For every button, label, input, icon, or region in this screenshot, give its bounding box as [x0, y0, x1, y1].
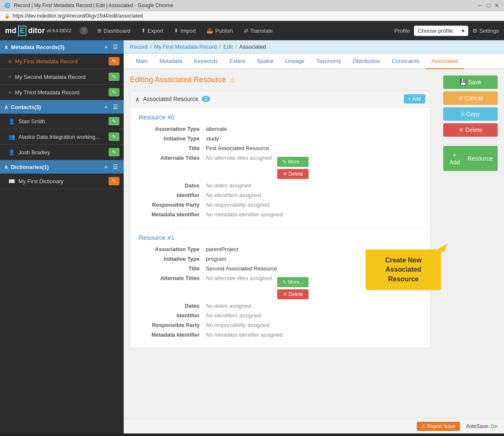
resp-party-value-0: No responsibility assigned.	[206, 202, 271, 208]
nav-translate[interactable]: ⇄ Translate	[239, 24, 278, 37]
assoc-type-label-0: Association Type	[139, 126, 206, 132]
title-bar: 🌐 Record | My First Metadata Record | Ed…	[0, 0, 504, 11]
add-metadata-button[interactable]: +	[103, 44, 109, 50]
tab-distribution[interactable]: Distribution	[347, 54, 386, 69]
profile-section: Profile Choose profile ▾ ⚙ Settings	[395, 26, 499, 36]
resource-1-title: Resource #1	[139, 234, 422, 241]
sidebar-item-alaska: Alaska Data Integration working...	[18, 134, 100, 140]
assoc-type-value-1: parentProject	[206, 246, 238, 252]
cancel-button[interactable]: ↺ Cancel	[443, 91, 498, 105]
tab-lineage[interactable]: Lineage	[279, 54, 310, 69]
nav-import[interactable]: ⬇ Import	[169, 24, 201, 37]
nav-dashboard-label: Dashboard	[104, 28, 130, 34]
breadcrumb-my-first[interactable]: My First Metadata Record	[154, 44, 217, 50]
nav-publish[interactable]: 📤 Publish	[202, 24, 238, 37]
profile-dropdown[interactable]: Choose profile ▾	[414, 26, 468, 36]
meta-id-label-1: Metadata Identifier	[139, 332, 206, 338]
person-icon-2: 👤	[8, 149, 15, 156]
edit-stan-button[interactable]: ✎	[109, 117, 120, 125]
sidebar-item-first-dictionary[interactable]: 📖 My First Dictionary ✎	[0, 174, 124, 189]
tab-constraints[interactable]: Constraints	[386, 54, 426, 69]
tab-associated[interactable]: Associated	[425, 54, 464, 69]
dict-section-label: Dictionaries	[11, 164, 42, 170]
contacts-section-count: (3)	[34, 104, 41, 110]
more-button-1[interactable]: ✎ More...	[277, 277, 309, 287]
edit-metadata-3-button[interactable]: ✎	[109, 88, 120, 96]
report-issue-button[interactable]: ⚠ Report Issue	[417, 422, 460, 431]
edit-josh-button[interactable]: ✎	[109, 148, 120, 156]
contacts-collapse-icon: ∧	[4, 104, 8, 110]
edit-metadata-2-button[interactable]: ✎	[109, 73, 120, 81]
meta-id-value-1: No metadata identifier assigned.	[206, 332, 284, 338]
sidebar-metadata-section[interactable]: ∧ Metadata Records (3) + ☰	[0, 40, 124, 54]
dates-value-1: No dates assigned.	[206, 303, 252, 309]
edit-alaska-button[interactable]: ✎	[109, 132, 120, 141]
logo-text: md	[5, 26, 16, 35]
add-contact-button[interactable]: +	[103, 104, 109, 110]
sidebar-item-josh-bradley[interactable]: 👤 Josh Bradley ✎	[0, 145, 124, 160]
metadata-section-count: (3)	[58, 44, 65, 50]
sidebar-contacts-section[interactable]: ∧ Contacts (3) + ☰	[0, 100, 124, 114]
app-version: v0.9.0-DEV.2	[47, 29, 71, 33]
sidebar-item-stan-smith[interactable]: 👤 Stan Smith ✎	[0, 114, 124, 129]
tab-main[interactable]: Main	[130, 54, 153, 69]
sidebar-item-alaska[interactable]: 👥 Alaska Data Integration working... ✎	[0, 129, 124, 145]
delete-button[interactable]: ✕ Delete	[443, 123, 498, 137]
nav-dashboard[interactable]: ⊞ Dashboard	[92, 24, 135, 37]
browser-icon: 🌐	[4, 3, 10, 8]
save-button[interactable]: 💾 Save	[443, 75, 498, 89]
breadcrumb-edit[interactable]: Edit	[223, 44, 233, 50]
tab-keywords[interactable]: Keywords	[188, 54, 223, 69]
minimize-button[interactable]: ─	[477, 3, 483, 8]
resource-0-dates-row: Dates No dates assigned.	[139, 182, 422, 189]
sidebar-item-my-second-metadata[interactable]: ≡ My Second Metadata Record ✎	[0, 69, 124, 85]
sidebar-item-label-2: My Second Metadata Record	[15, 74, 86, 80]
identifier-value-0: No identifiers assigned.	[206, 192, 262, 198]
tooltip-container: Create New Associated Resource	[366, 249, 441, 290]
title-label-1: Title	[139, 265, 206, 272]
assoc-type-label-1: Association Type	[139, 246, 206, 252]
sidebar-item-my-first-metadata[interactable]: ≡ My First Metadata Record ✎	[0, 54, 124, 69]
close-button[interactable]: ✕	[494, 3, 500, 8]
dates-label-0: Dates	[139, 182, 206, 189]
edit-dict-button[interactable]: ✎	[109, 177, 120, 185]
add-dict-button[interactable]: +	[103, 164, 109, 170]
delete-resource-0-button[interactable]: ✕ Delete	[277, 169, 309, 179]
export-icon: ⬆	[141, 28, 145, 34]
lock-icon: 🔒	[4, 13, 10, 19]
tab-spatial[interactable]: Spatial	[251, 54, 279, 69]
sidebar-item-my-third-metadata[interactable]: ≡ My Third Metadata Record ✎	[0, 85, 124, 100]
resource-0-init-type-row: Initiative Type study	[139, 135, 422, 142]
list-contacts-button[interactable]: ☰	[112, 104, 120, 110]
help-button[interactable]: ?	[80, 26, 88, 35]
add-resource-button[interactable]: + Add Resource	[443, 146, 498, 171]
tab-taxonomy[interactable]: Taxonomy	[310, 54, 347, 69]
edit-metadata-button[interactable]: ✎	[109, 57, 120, 65]
tab-extent[interactable]: Extent	[223, 54, 251, 69]
contacts-section-label: Contacts	[11, 104, 34, 110]
resource-1-dates-row: Dates No dates assigned.	[139, 303, 422, 309]
list-metadata-button[interactable]: ☰	[112, 44, 120, 50]
nav-export[interactable]: ⬆ Export	[136, 24, 169, 37]
tab-metadata[interactable]: Metadata	[153, 54, 188, 69]
publish-icon: 📤	[207, 28, 213, 34]
resource-0-title-row: Title First Associated Resource	[139, 145, 422, 151]
dict-section-count: (1)	[42, 164, 49, 170]
init-type-value-1: program	[206, 256, 226, 262]
list-dict-button[interactable]: ☰	[112, 164, 120, 170]
delete-resource-1-button[interactable]: ✕ Delete	[277, 289, 309, 299]
assoc-add-button[interactable]: + Add	[404, 94, 425, 104]
settings-button[interactable]: ⚙ Settings	[473, 28, 499, 34]
copy-button[interactable]: ⎘ Copy	[443, 107, 498, 121]
dict-collapse-icon: ∧	[4, 164, 8, 170]
breadcrumb-record[interactable]: Record	[130, 44, 148, 50]
maximize-button[interactable]: □	[486, 3, 491, 8]
more-button-0[interactable]: ✎ More...	[277, 157, 309, 167]
editing-title: Editing Associated Resource	[130, 75, 226, 84]
resource-0-meta-id-row: Metadata Identifier No metadata identifi…	[139, 211, 422, 218]
sidebar: ∧ Metadata Records (3) + ☰ ≡ My First Me…	[0, 40, 124, 433]
assoc-section-header[interactable]: ∧ Associated Resource 2 + Add	[130, 91, 430, 107]
sidebar-dictionaries-section[interactable]: ∧ Dictionaries (1) + ☰	[0, 160, 124, 174]
sidebar-item-label-3: My Third Metadata Record	[15, 89, 80, 96]
app-logo: md E ditor v0.9.0-DEV.2	[5, 26, 71, 36]
